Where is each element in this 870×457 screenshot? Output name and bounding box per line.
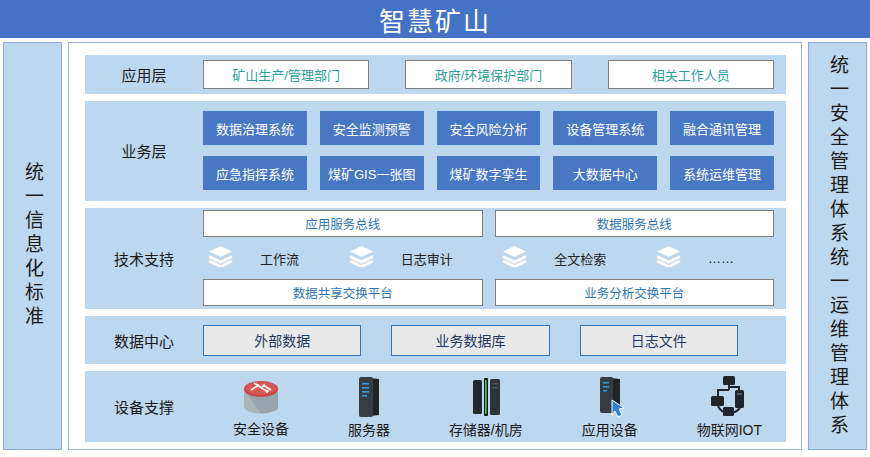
- server-icon: [351, 374, 387, 418]
- device-storage: 存储器/机房: [449, 374, 523, 439]
- business-tile-ops-mgmt: 系统运维管理: [670, 156, 774, 190]
- business-tile-big-data-center: 大数据中心: [553, 156, 657, 190]
- device-label: 服务器: [348, 419, 390, 439]
- layer-data-center: 数据中心 外部数据 业务数据库 日志文件: [85, 316, 786, 364]
- body-row: 统一信息化标准 应用层 矿山生产/管理部门 政府/环境保护部门 相关工作人员 业…: [0, 38, 870, 453]
- device-items: 安全设备 服务: [203, 371, 786, 442]
- service-workflow: 工作流: [207, 245, 299, 271]
- layer-tech-support: 技术支持 应用服务总线 数据服务总线: [85, 208, 786, 310]
- page-title: 智慧矿山: [379, 1, 491, 38]
- business-tile-comms-mgmt: 融合通讯管理: [670, 111, 774, 145]
- firewall-icon: [239, 375, 283, 417]
- service-label: 全文检索: [554, 249, 606, 268]
- application-layer-label: 应用层: [85, 55, 203, 94]
- application-box-mine-production: 矿山生产/管理部门: [203, 60, 369, 89]
- device-label: 安全设备: [233, 418, 289, 438]
- device-server: 服务器: [348, 374, 390, 439]
- business-tile-gis-map: 煤矿GIS一张图: [320, 156, 424, 190]
- device-support-label: 设备支撑: [85, 371, 203, 442]
- application-box-staff: 相关工作人员: [608, 60, 774, 89]
- tech-layer-label: 技术支持: [85, 208, 203, 310]
- left-sidebar-label: 统一信息化标准: [23, 162, 42, 330]
- service-log-audit: 日志审计: [348, 245, 453, 271]
- main-panel: 应用层 矿山生产/管理部门 政府/环境保护部门 相关工作人员 业务层 数据治理系…: [68, 42, 802, 450]
- right-sidebar-label-security: 统一安全管理体系: [828, 55, 847, 247]
- device-label: 存储器/机房: [449, 419, 523, 439]
- service-label: 日志审计: [401, 249, 453, 268]
- service-label: 工作流: [260, 249, 299, 268]
- platform-row: 数据共享交换平台 业务分析交换平台: [203, 279, 774, 306]
- data-center-label: 数据中心: [85, 316, 203, 364]
- business-analysis-exchange-platform: 业务分析交换平台: [495, 279, 775, 306]
- application-boxes: 矿山生产/管理部门 政府/环境保护部门 相关工作人员: [203, 55, 786, 94]
- business-tile-safety-monitoring: 安全监测预警: [320, 111, 424, 145]
- business-tiles: 数据治理系统 安全监测预警 安全风险分析 设备管理系统 融合通讯管理 应急指挥系…: [203, 101, 786, 201]
- tech-service-row: 工作流 日志审计: [203, 245, 774, 271]
- device-application: 应用设备: [582, 374, 638, 439]
- layers-icon: [348, 245, 375, 271]
- layers-icon: [207, 245, 234, 271]
- service-bus-row: 应用服务总线 数据服务总线: [203, 210, 774, 237]
- storage-icon: [466, 374, 506, 418]
- business-tile-risk-analysis: 安全风险分析: [437, 111, 541, 145]
- device-label: 应用设备: [582, 419, 638, 439]
- app-service-bus: 应用服务总线: [203, 210, 483, 237]
- layers-icon: [655, 245, 682, 271]
- layer-business: 业务层 数据治理系统 安全监测预警 安全风险分析 设备管理系统 融合通讯管理 应…: [85, 101, 786, 201]
- device-iot: 物联网IOT: [697, 374, 762, 439]
- business-database-box: 业务数据库: [391, 325, 549, 356]
- data-center-boxes: 外部数据 业务数据库 日志文件: [203, 316, 786, 364]
- external-data-box: 外部数据: [203, 325, 361, 356]
- business-tile-equipment-mgmt: 设备管理系统: [553, 111, 657, 145]
- business-row-1: 数据治理系统 安全监测预警 安全风险分析 设备管理系统 融合通讯管理: [203, 111, 774, 145]
- layer-device-support: 设备支撑: [85, 371, 786, 442]
- business-tile-digital-twin: 煤矿数字孪生: [437, 156, 541, 190]
- service-label: ……: [708, 251, 734, 266]
- business-row-2: 应急指挥系统 煤矿GIS一张图 煤矿数字孪生 大数据中心 系统运维管理: [203, 156, 774, 190]
- left-sidebar: 统一信息化标准: [3, 42, 62, 450]
- device-label: 物联网IOT: [697, 419, 762, 439]
- service-more: ……: [655, 245, 734, 271]
- layer-application: 应用层 矿山生产/管理部门 政府/环境保护部门 相关工作人员: [85, 55, 786, 94]
- app-device-icon: [590, 374, 630, 418]
- business-tile-data-governance: 数据治理系统: [203, 111, 307, 145]
- log-file-box: 日志文件: [580, 325, 738, 356]
- business-layer-label: 业务层: [85, 101, 203, 201]
- business-tile-emergency-command: 应急指挥系统: [203, 156, 307, 190]
- banner: 智慧矿山: [0, 0, 870, 38]
- right-sidebar: 统一安全管理体系 统一运维管理体系: [808, 42, 867, 450]
- smart-mine-diagram: 智慧矿山 统一信息化标准 应用层 矿山生产/管理部门 政府/环境保护部门 相关工…: [0, 0, 870, 457]
- service-fulltext-search: 全文检索: [501, 245, 606, 271]
- tech-content: 应用服务总线 数据服务总线 工作流: [203, 208, 786, 310]
- layers-icon: [501, 245, 528, 271]
- data-share-exchange-platform: 数据共享交换平台: [203, 279, 483, 306]
- application-box-government: 政府/环境保护部门: [405, 60, 571, 89]
- device-security: 安全设备: [233, 375, 289, 438]
- iot-icon: [706, 374, 752, 418]
- data-service-bus: 数据服务总线: [495, 210, 775, 237]
- right-sidebar-label-ops: 统一运维管理体系: [828, 247, 847, 439]
